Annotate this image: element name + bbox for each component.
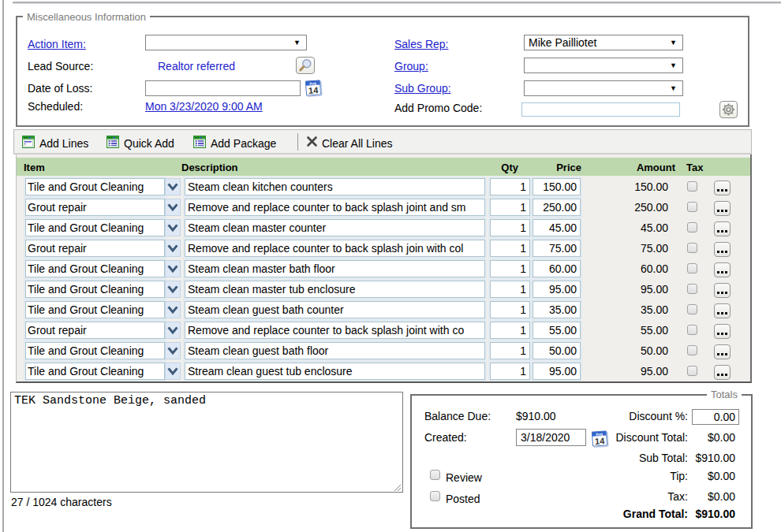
svg-text:14: 14 [595,436,606,446]
svg-text:14: 14 [308,85,320,95]
